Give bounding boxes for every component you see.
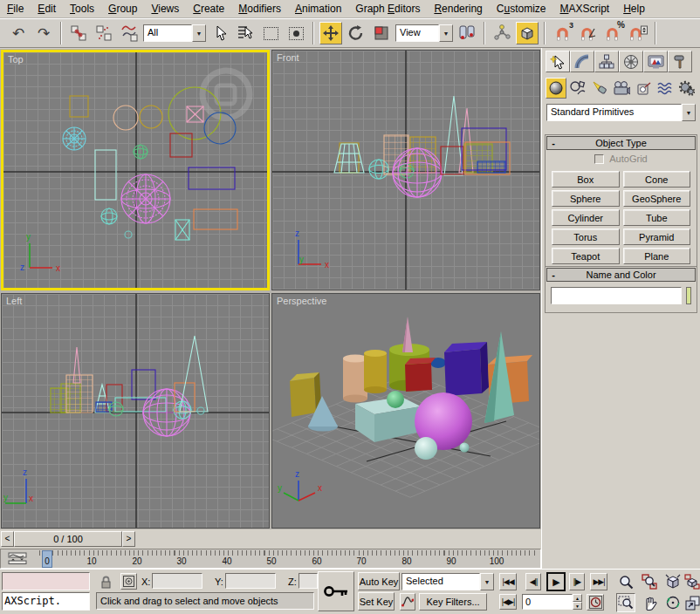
teapot-button[interactable]: Teapot: [552, 248, 620, 264]
use-pivot-point-center-button[interactable]: [456, 22, 478, 44]
menu-rendering[interactable]: Rendering: [427, 0, 489, 17]
viewport-front[interactable]: Front: [271, 50, 540, 290]
dropdown-arrow-icon[interactable]: ▼: [192, 24, 206, 42]
zoom-extents-all-button[interactable]: [684, 572, 700, 591]
viewport-perspective[interactable]: Perspective: [271, 293, 540, 529]
category-space-warps[interactable]: [655, 78, 676, 99]
plane-button[interactable]: Plane: [623, 248, 691, 264]
dropdown-arrow-icon[interactable]: ▼: [682, 104, 696, 121]
angle-snap-button[interactable]: [576, 22, 599, 44]
select-by-name-button[interactable]: [234, 22, 257, 44]
next-frame-button[interactable]: ||▶: [569, 573, 585, 590]
menu-animation[interactable]: Animation: [288, 0, 348, 17]
dropdown-arrow-icon[interactable]: ▼: [480, 573, 494, 590]
goto-start-button[interactable]: |◀◀: [499, 573, 517, 590]
goto-end-button[interactable]: ▶▶|: [590, 573, 607, 590]
tab-modify[interactable]: [570, 51, 594, 72]
selection-lock-toggle[interactable]: [98, 574, 113, 590]
object-type-rollout-header[interactable]: - Object Type: [546, 136, 696, 150]
dropdown-arrow-icon[interactable]: ▼: [439, 24, 453, 42]
tab-create[interactable]: [546, 51, 570, 72]
category-geometry[interactable]: [546, 78, 566, 99]
category-lights[interactable]: [589, 78, 610, 99]
category-systems[interactable]: [676, 78, 697, 99]
viewport-left[interactable]: Left: [1, 293, 270, 529]
name-color-rollout-header[interactable]: - Name and Color: [546, 268, 696, 282]
zoom-extents-button[interactable]: [663, 572, 683, 591]
default-tangent-button[interactable]: [400, 593, 415, 611]
select-and-move-button[interactable]: [319, 22, 342, 44]
redo-button[interactable]: ↷: [32, 22, 55, 44]
percent-snap-button[interactable]: %: [601, 22, 624, 44]
spinner-snap-button[interactable]: [627, 22, 649, 44]
select-and-link-button[interactable]: [67, 22, 90, 44]
autogrid-checkbox[interactable]: [594, 154, 604, 164]
category-cameras[interactable]: [611, 78, 632, 99]
set-keys-button[interactable]: [318, 571, 354, 611]
menu-views[interactable]: Views: [144, 0, 186, 17]
undo-button[interactable]: ↶: [7, 22, 30, 44]
x-coord-field[interactable]: [152, 573, 202, 589]
time-slider-next-button[interactable]: >: [122, 531, 135, 547]
time-slider-prev-button[interactable]: <: [1, 531, 14, 547]
object-color-swatch[interactable]: [686, 287, 691, 304]
select-and-manipulate-button[interactable]: [491, 22, 513, 44]
reference-coordinate-dropdown[interactable]: View ▼: [395, 24, 453, 42]
tab-utilities[interactable]: [668, 51, 692, 72]
key-mode-toggle[interactable]: |◀▶|: [499, 594, 517, 610]
spinner-up-icon[interactable]: ▲: [573, 594, 582, 602]
maxscript-mini-listener[interactable]: AXScript.: [2, 592, 90, 611]
menu-edit[interactable]: Edit: [31, 0, 63, 17]
arc-rotate-button[interactable]: [663, 593, 683, 612]
torus-button[interactable]: Torus: [552, 229, 620, 245]
cone-button[interactable]: Cone: [623, 171, 691, 188]
z-coord-field[interactable]: [299, 573, 318, 589]
category-helpers[interactable]: [633, 78, 654, 99]
zoom-all-button[interactable]: [640, 572, 659, 591]
snap-toggle-3d-button[interactable]: 3: [551, 22, 573, 44]
time-configuration-button[interactable]: [587, 594, 604, 611]
min-max-toggle-button[interactable]: [684, 593, 700, 612]
object-name-input[interactable]: [551, 287, 682, 304]
menu-tools[interactable]: Tools: [63, 0, 101, 17]
primitives-category-dropdown[interactable]: Standard Primitives ▼: [546, 104, 696, 121]
macro-recorder-pane[interactable]: [2, 572, 90, 590]
menu-graph-editors[interactable]: Graph Editors: [348, 0, 427, 17]
current-frame-field[interactable]: [522, 594, 573, 610]
window-crossing-toggle[interactable]: [285, 22, 307, 44]
sphere-button[interactable]: Sphere: [552, 190, 620, 207]
absolute-offset-mode-toggle[interactable]: [120, 573, 137, 590]
play-button[interactable]: ▶: [546, 572, 566, 591]
category-shapes[interactable]: [567, 78, 588, 99]
set-key-button[interactable]: Set Key: [358, 592, 395, 611]
time-slider-button[interactable]: 0 / 100: [14, 531, 122, 547]
unlink-selection-button[interactable]: [93, 22, 115, 44]
menu-create[interactable]: Create: [186, 0, 231, 17]
select-and-rotate-button[interactable]: [345, 22, 367, 44]
key-filters-button[interactable]: Key Filters...: [419, 593, 487, 611]
rectangular-selection-region-button[interactable]: [259, 22, 282, 44]
track-bar[interactable]: 0 10 20 30 40 50 60 70 80 90 100: [0, 549, 541, 569]
zoom-region-button[interactable]: [616, 593, 635, 612]
tab-motion[interactable]: [619, 51, 643, 72]
menu-modifiers[interactable]: Modifiers: [231, 0, 288, 17]
geosphere-button[interactable]: GeoSphere: [623, 190, 691, 207]
zoom-button[interactable]: [616, 572, 635, 591]
menu-file[interactable]: File: [0, 0, 31, 17]
tube-button[interactable]: Tube: [623, 209, 691, 226]
selection-set-dropdown[interactable]: Selected ▼: [401, 573, 494, 590]
spinner-down-icon[interactable]: ▼: [573, 602, 582, 610]
auto-key-button[interactable]: Auto Key: [358, 572, 400, 590]
track-bar-ruler[interactable]: [39, 550, 537, 569]
menu-customize[interactable]: Customize: [490, 0, 553, 17]
menu-help[interactable]: Help: [616, 0, 652, 17]
frame-spinner[interactable]: ▲ ▼: [573, 594, 582, 610]
y-coord-field[interactable]: [225, 573, 276, 589]
menu-maxscript[interactable]: MAXScript: [553, 0, 617, 17]
viewport-top[interactable]: Top: [1, 50, 270, 290]
select-and-scale-button[interactable]: [370, 22, 393, 44]
mini-curve-editor-button[interactable]: [5, 551, 30, 566]
bind-to-spacewarp-button[interactable]: [118, 22, 141, 44]
tab-hierarchy[interactable]: [594, 51, 619, 72]
previous-frame-button[interactable]: ◀||: [525, 573, 541, 590]
